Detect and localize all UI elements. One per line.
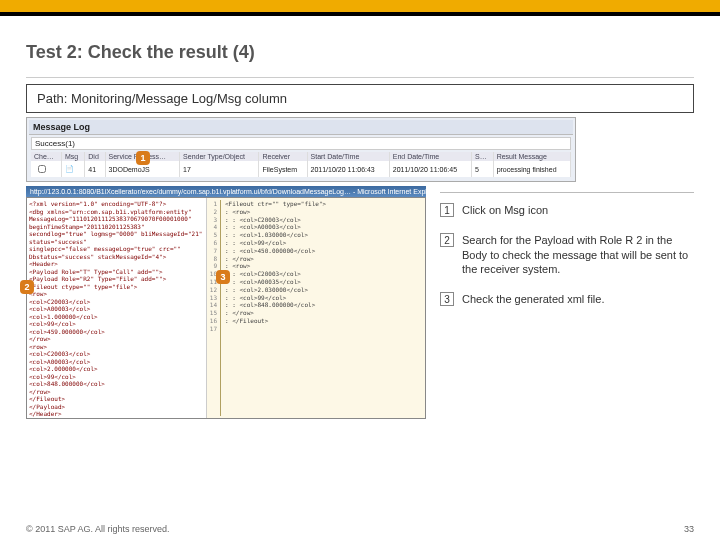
xml-code: <Fileout ctr="" type="file"> : <row> : :… — [221, 200, 423, 416]
page-number: 33 — [684, 524, 694, 534]
col-start: Start Date/Time — [307, 152, 389, 161]
col-s: S… — [472, 152, 494, 161]
step-text: Click on Msg icon — [462, 203, 694, 217]
callout-marker-1: 1 — [136, 151, 150, 165]
message-log-panel: Message Log Success(1) Che… Msg Did Serv… — [26, 117, 576, 182]
col-did: Did — [85, 152, 105, 161]
cell-sender: 17 — [180, 161, 259, 177]
col-receiver: Receiver — [259, 152, 307, 161]
step-text: Search for the Payload with Role R 2 in … — [462, 233, 694, 276]
slide-footer: © 2011 SAP AG. All rights reserved. 33 — [26, 524, 694, 534]
steps-panel: 1 Click on Msg icon 2 Search for the Pay… — [430, 186, 694, 419]
callout-marker-2: 2 — [20, 280, 34, 294]
step-row: 2 Search for the Payload with Role R 2 i… — [440, 229, 694, 276]
path-box: Path: Monitoring/Message Log/Msg column — [26, 84, 694, 113]
step-num: 1 — [440, 203, 454, 217]
table-row[interactable]: 📄 41 3DODemoJS 17 FileSystem 2011/10/20 … — [31, 161, 571, 177]
cell-s: 5 — [472, 161, 494, 177]
cell-receiver: FileSystem — [259, 161, 307, 177]
cell-did: 41 — [85, 161, 105, 177]
step-text: Check the generated xml file. — [462, 292, 694, 306]
step-row: 3 Check the generated xml file. — [440, 288, 694, 306]
xml-formatted-pane[interactable]: 1234567891011121314151617 <Fileout ctr="… — [207, 198, 425, 418]
accent-bar — [0, 0, 720, 12]
table-header: Che… Msg Did Service Process… Sender Typ… — [31, 152, 571, 161]
col-end: End Date/Time — [389, 152, 471, 161]
divider — [440, 192, 694, 193]
cell-start: 2011/10/20 11:06:43 — [307, 161, 389, 177]
content-area: Message Log Success(1) Che… Msg Did Serv… — [26, 117, 694, 419]
xml-source-pane[interactable]: <?xml version="1.0" encoding="UTF-8"?><d… — [27, 198, 207, 418]
step-num: 3 — [440, 292, 454, 306]
cell-msg-icon[interactable]: 📄 — [61, 161, 84, 177]
callout-marker-3: 3 — [216, 270, 230, 284]
cell-check[interactable] — [31, 161, 61, 177]
col-sender: Sender Type/Object — [180, 152, 259, 161]
success-row: Success(1) — [31, 137, 571, 150]
line-gutter: 1234567891011121314151617 — [209, 200, 221, 416]
step-row: 1 Click on Msg icon — [440, 199, 694, 217]
message-log-header: Message Log — [29, 120, 573, 135]
browser-titlebar: http://123.0.0.1:8080/B1iXcellerator/exe… — [26, 186, 426, 197]
col-msg: Msg — [61, 152, 84, 161]
copyright: © 2011 SAP AG. All rights reserved. — [26, 524, 170, 534]
slide-title: Test 2: Check the result (4) — [26, 42, 694, 63]
step-num: 2 — [440, 233, 454, 247]
col-result: Result Message — [493, 152, 570, 161]
col-check: Che… — [31, 152, 61, 161]
row-checkbox[interactable] — [38, 165, 46, 173]
cell-result: processing finished — [493, 161, 570, 177]
message-log-table: Che… Msg Did Service Process… Sender Typ… — [31, 152, 571, 177]
cell-end: 2011/10/20 11:06:45 — [389, 161, 471, 177]
browser-window: http://123.0.0.1:8080/B1iXcellerator/exe… — [26, 186, 426, 419]
divider — [26, 77, 694, 78]
